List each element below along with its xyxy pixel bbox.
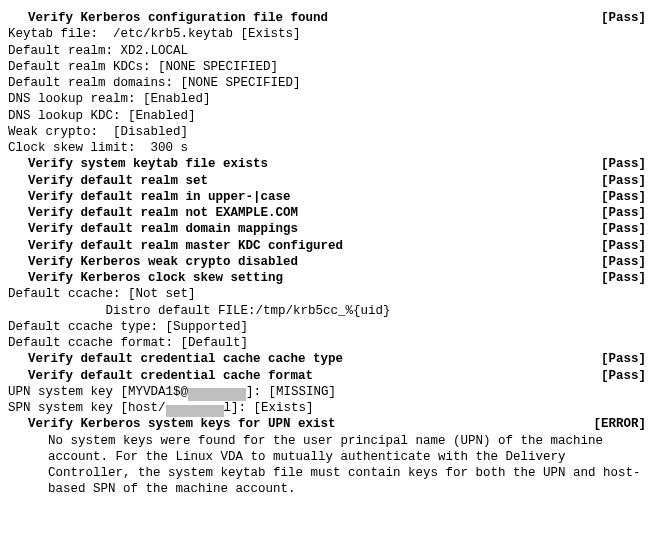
info-default-ccache-format: Default ccache format: [Default]: [8, 335, 646, 351]
info-dns-lookup-kdc: DNS lookup KDC: [Enabled]: [8, 108, 646, 124]
check-keytab-exists: Verify system keytab file exists [Pass]: [8, 156, 646, 172]
info-default-ccache-type: Default ccache type: [Supported]: [8, 319, 646, 335]
redacted-text: x: [166, 405, 224, 418]
check-status: [Pass]: [601, 351, 646, 367]
check-label: Verify Kerberos clock skew setting: [8, 270, 591, 286]
check-status: [Pass]: [601, 205, 646, 221]
check-label: Verify default realm set: [8, 173, 591, 189]
check-status: [Pass]: [601, 238, 646, 254]
check-label: Verify default credential cache cache ty…: [8, 351, 591, 367]
check-realm-upper: Verify default realm in upper-|case [Pas…: [8, 189, 646, 205]
check-krb-conf: Verify Kerberos configuration file found…: [8, 10, 646, 26]
info-distro-default: Distro default FILE:/tmp/krb5cc_%{uid}: [8, 303, 646, 319]
check-status: [Pass]: [601, 221, 646, 237]
check-label: Verify Kerberos configuration file found: [8, 10, 591, 26]
check-label: Verify system keytab file exists: [8, 156, 591, 172]
check-label: Verify default realm master KDC configur…: [8, 238, 591, 254]
info-weak-crypto: Weak crypto: [Disabled]: [8, 124, 646, 140]
check-label: Verify Kerberos system keys for UPN exis…: [8, 416, 583, 432]
check-cc-cache-type: Verify default credential cache cache ty…: [8, 351, 646, 367]
check-realm-master-kdc: Verify default realm master KDC configur…: [8, 238, 646, 254]
error-message: No system keys were found for the user p…: [8, 433, 646, 498]
check-status: [Pass]: [601, 368, 646, 384]
check-cc-cache-format: Verify default credential cache format […: [8, 368, 646, 384]
check-status: [ERROR]: [593, 416, 646, 432]
check-status: [Pass]: [601, 173, 646, 189]
check-label: Verify default realm domain mappings: [8, 221, 591, 237]
info-default-realm-domains: Default realm domains: [NONE SPECIFIED]: [8, 75, 646, 91]
check-label: Verify default credential cache format: [8, 368, 591, 384]
info-clock-skew: Clock skew limit: 300 s: [8, 140, 646, 156]
check-label: Verify default realm not EXAMPLE.COM: [8, 205, 591, 221]
check-realm-not-example: Verify default realm not EXAMPLE.COM [Pa…: [8, 205, 646, 221]
check-upn-keys: Verify Kerberos system keys for UPN exis…: [8, 416, 646, 432]
check-status: [Pass]: [601, 270, 646, 286]
check-weak-crypto: Verify Kerberos weak crypto disabled [Pa…: [8, 254, 646, 270]
check-status: [Pass]: [601, 254, 646, 270]
check-clock-skew: Verify Kerberos clock skew setting [Pass…: [8, 270, 646, 286]
check-label: Verify default realm in upper-|case: [8, 189, 591, 205]
info-keytab-file: Keytab file: /etc/krb5.keytab [Exists]: [8, 26, 646, 42]
check-realm-domain-map: Verify default realm domain mappings [Pa…: [8, 221, 646, 237]
check-status: [Pass]: [601, 189, 646, 205]
info-default-realm-kdcs: Default realm KDCs: [NONE SPECIFIED]: [8, 59, 646, 75]
check-realm-set: Verify default realm set [Pass]: [8, 173, 646, 189]
redacted-text: x: [188, 388, 246, 401]
info-spn-key: SPN system key [host/xl]: [Exists]: [8, 400, 646, 416]
info-upn-key: UPN system key [MYVDA1$@x]: [MISSING]: [8, 384, 646, 400]
info-default-realm: Default realm: XD2.LOCAL: [8, 43, 646, 59]
check-label: Verify Kerberos weak crypto disabled: [8, 254, 591, 270]
check-status: [Pass]: [601, 156, 646, 172]
info-default-ccache: Default ccache: [Not set]: [8, 286, 646, 302]
check-status: [Pass]: [601, 10, 646, 26]
info-dns-lookup-realm: DNS lookup realm: [Enabled]: [8, 91, 646, 107]
